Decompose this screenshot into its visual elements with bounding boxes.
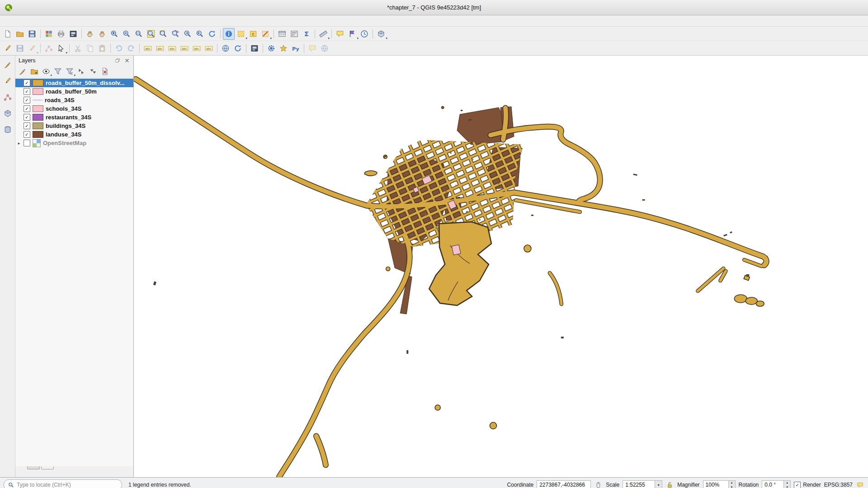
zoom-in-button[interactable]: ▾ <box>108 28 120 40</box>
zoom-last-button[interactable]: ▾ <box>182 28 193 40</box>
toggle-editing-button[interactable]: ▾ <box>2 42 14 54</box>
layer-visibility-checkbox[interactable] <box>24 105 30 112</box>
scale-lock-button[interactable] <box>665 481 674 488</box>
messages-button[interactable] <box>856 481 864 488</box>
layer-openstreetmap[interactable]: ▸ OpenStreetMap <box>15 139 133 147</box>
spin-arrows[interactable]: ▲▼ <box>783 481 790 488</box>
layer-buildings-34s[interactable]: ▸ buildings_34S <box>15 122 133 130</box>
crs-status[interactable]: EPSG:3857 <box>824 482 853 488</box>
rotate-label-button[interactable]: ▾ <box>191 42 203 54</box>
manage-map-themes-button[interactable]: ▾ <box>41 66 52 77</box>
redo-button[interactable]: ▾ <box>125 42 137 54</box>
undo-button[interactable]: ▾ <box>113 42 125 54</box>
layer-landuse-34s[interactable]: ▸ landuse_34S <box>15 130 133 139</box>
add-feature-button[interactable]: ▾ <box>43 42 55 54</box>
print-composer-button[interactable]: ▾ <box>249 42 260 54</box>
temporal-controller-button[interactable]: ▾ <box>359 28 370 40</box>
open-layer-styling-button[interactable]: ▾ <box>17 66 28 77</box>
layer-visibility-checkbox[interactable] <box>24 88 30 95</box>
layer-restaurants-34s[interactable]: ▸ restaurants_34S <box>15 113 133 122</box>
zoom-next-button[interactable]: ▾ <box>194 28 206 40</box>
pan-to-selection-button[interactable]: ▾ <box>96 28 108 40</box>
zoom-out-button[interactable]: ▾ <box>121 28 132 40</box>
map-canvas[interactable] <box>134 56 868 477</box>
show-layout-manager-button[interactable]: ▾ <box>67 28 79 40</box>
deselect-features-button[interactable]: ▾ <box>259 28 271 40</box>
layer-visibility-checkbox[interactable] <box>24 80 30 86</box>
locate-search-input[interactable]: Type to locate (Ctrl+K) <box>4 479 122 488</box>
expand-all-button[interactable]: ▾ <box>76 66 87 77</box>
vertex-tool-button[interactable]: ▾ <box>55 42 67 54</box>
move-label-button[interactable]: ▾ <box>179 42 190 54</box>
statistical-summary-button[interactable]: ▾ <box>301 28 312 40</box>
field-calculator-button[interactable]: ▾ <box>288 28 300 40</box>
current-edits-button[interactable]: ▾ <box>26 42 38 54</box>
panel-float-button[interactable] <box>114 57 121 64</box>
osm-place-search-button[interactable]: ▾ <box>220 42 231 54</box>
filter-by-expression-button[interactable]: ▾ <box>64 66 75 77</box>
open-labeling-button[interactable]: ▾ <box>142 42 154 54</box>
rotation-spinbox[interactable]: 0.0 ° ▲▼ <box>762 480 791 488</box>
copy-features-button[interactable]: ▾ <box>84 42 96 54</box>
pan-map-button[interactable]: ▾ <box>84 28 96 40</box>
expander-icon[interactable]: ▸ <box>17 141 21 145</box>
open-diagram-button[interactable]: ▾ <box>154 42 166 54</box>
remove-layer-button[interactable]: ▾ <box>99 66 110 77</box>
select-features-button[interactable]: ▾ <box>235 28 247 40</box>
menu-plugins[interactable] <box>49 19 57 22</box>
maximize-button[interactable] <box>835 3 848 13</box>
collapse-all-button[interactable]: ▾ <box>88 66 99 77</box>
model-designer-button[interactable]: ▾ <box>278 42 289 54</box>
extents-toggle-button[interactable] <box>594 481 603 488</box>
layer-roads-34s[interactable]: ▸ roads_34S <box>15 96 133 104</box>
tab-layers[interactable] <box>41 466 54 469</box>
menu-settings[interactable] <box>40 19 48 22</box>
dock-data-icon[interactable] <box>2 124 13 135</box>
python-console-button[interactable]: ▾ <box>290 42 302 54</box>
magnifier-spinbox[interactable]: 100% ▲▼ <box>703 480 736 488</box>
save-project-button[interactable]: ▾ <box>26 28 38 40</box>
style-manager-button[interactable]: ▾ <box>43 28 55 40</box>
spin-arrows[interactable]: ▲▼ <box>728 481 735 488</box>
select-by-expression-button[interactable]: ▾ <box>247 28 259 40</box>
zoom-to-selection-button[interactable]: ▾ <box>157 28 169 40</box>
menu-help[interactable] <box>103 19 111 22</box>
layer-visibility-checkbox[interactable] <box>24 97 30 103</box>
menu-web[interactable] <box>85 19 93 22</box>
new-3d-map-button[interactable]: ▾ <box>375 28 387 40</box>
measure-button[interactable]: ▾ <box>317 28 329 40</box>
tab-browser[interactable] <box>27 466 40 469</box>
layer-visibility-checkbox[interactable] <box>24 131 30 138</box>
layer-visibility-checkbox[interactable] <box>24 140 30 146</box>
render-checkbox[interactable]: Render <box>794 482 821 488</box>
change-label-button[interactable]: ▾ <box>203 42 215 54</box>
dock-vertex-editor-icon[interactable] <box>2 92 13 103</box>
filter-legend-button[interactable]: ▾ <box>52 66 63 77</box>
layer-visibility-checkbox[interactable] <box>24 122 30 129</box>
layer-schools-34s[interactable]: ▸ schools_34S <box>15 104 133 113</box>
cut-features-button[interactable]: ▾ <box>72 42 84 54</box>
menu-edit[interactable] <box>13 19 21 22</box>
new-bookmark-button[interactable]: ▾ <box>346 28 358 40</box>
layer-visibility-checkbox[interactable] <box>24 114 30 121</box>
highlight-labels-button[interactable]: ▾ <box>166 42 178 54</box>
layer-roads-buffer-50m[interactable]: ▸ roads_buffer_50m <box>15 87 133 96</box>
osm-download-button[interactable]: ▾ <box>232 42 244 54</box>
menu-raster[interactable] <box>67 19 75 22</box>
menu-processing[interactable] <box>94 19 102 22</box>
refresh-map-button[interactable]: ▾ <box>206 28 218 40</box>
dock-3d-icon[interactable] <box>2 108 13 119</box>
zoom-full-button[interactable]: ▾ <box>145 28 157 40</box>
zoom-native-button[interactable]: ▾ <box>133 28 145 40</box>
dock-layer-styling-icon[interactable] <box>2 59 13 70</box>
coordinate-input[interactable]: 2273867,-4032866 <box>537 480 591 488</box>
map-tips-button[interactable]: ▾ <box>334 28 346 40</box>
chevron-down-icon[interactable]: ▼ <box>655 481 662 488</box>
identify-features-button[interactable]: ▾ <box>223 28 235 40</box>
plugin-button-2[interactable]: ▾ <box>319 42 330 54</box>
dock-digitizing-icon[interactable] <box>2 75 13 86</box>
close-button[interactable] <box>850 3 863 13</box>
save-layer-edits-button[interactable]: ▾ <box>14 42 26 54</box>
panel-close-button[interactable] <box>124 57 130 64</box>
new-print-layout-button[interactable]: ▾ <box>55 28 67 40</box>
